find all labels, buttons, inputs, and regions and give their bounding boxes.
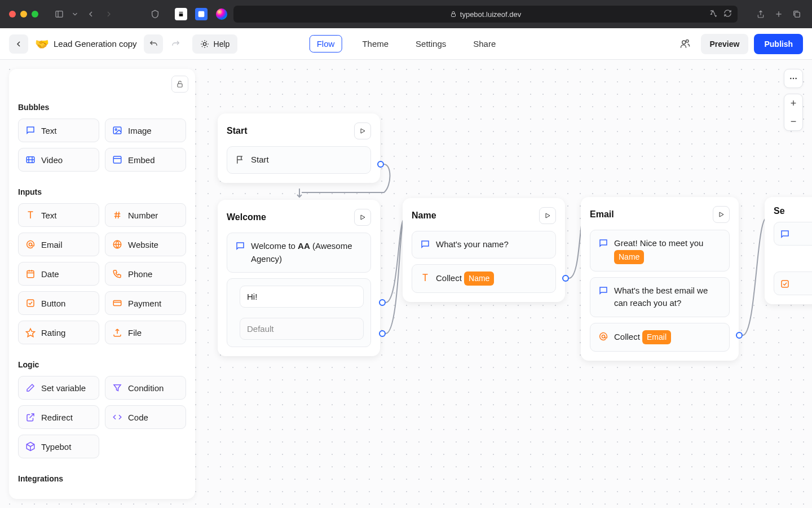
- app-icon[interactable]: [195, 8, 208, 20]
- block-input-date[interactable]: Date: [18, 262, 99, 286]
- block-bubble-image[interactable]: Image: [105, 119, 186, 142]
- block-input-website[interactable]: Website: [105, 233, 186, 256]
- collaborators-button[interactable]: [675, 34, 695, 54]
- zoom-in-button[interactable]: +: [784, 94, 802, 112]
- email-msg2-row[interactable]: What's the best email we can reach you a…: [590, 277, 730, 317]
- shield-icon[interactable]: [149, 8, 161, 20]
- svg-point-8: [682, 41, 685, 44]
- card-email-play-button[interactable]: [713, 206, 730, 223]
- flow-canvas[interactable]: Bubbles Text Image Video Embed Inputs Te…: [0, 60, 812, 508]
- sidebar-toggle-icon[interactable]: [53, 8, 65, 20]
- address-bar[interactable]: typebot.luizeof.dev: [233, 6, 738, 23]
- email-collect-row[interactable]: Collect Email: [590, 323, 730, 352]
- svg-marker-36: [361, 129, 365, 133]
- nav-share[interactable]: Share: [466, 36, 502, 52]
- port-name-out[interactable]: [562, 275, 569, 282]
- url-text: typebot.luizeof.dev: [460, 10, 521, 19]
- partial-row1[interactable]: [774, 222, 812, 246]
- card-partial-next[interactable]: Se: [765, 197, 812, 304]
- port-start-out[interactable]: [377, 161, 384, 168]
- chat-icon: [598, 238, 608, 248]
- text-input-icon: [420, 273, 430, 283]
- back-button[interactable]: [9, 34, 28, 54]
- card-email[interactable]: Email Great! Nice to meet you Name What'…: [581, 197, 739, 361]
- svg-point-35: [795, 78, 796, 79]
- welcome-message-row[interactable]: Welcome to AA (Awesome Agency): [227, 233, 371, 273]
- block-input-email[interactable]: Email: [18, 233, 99, 256]
- nav-theme[interactable]: Theme: [355, 36, 395, 52]
- card-start-play-button[interactable]: [354, 122, 371, 139]
- nav-settings[interactable]: Settings: [409, 36, 453, 52]
- nav-flow[interactable]: Flow: [310, 35, 342, 52]
- block-input-payment[interactable]: Payment: [105, 291, 186, 315]
- name-question-text: What's your name?: [436, 238, 548, 251]
- nav-back-icon[interactable]: [85, 8, 97, 20]
- check-square-icon: [780, 279, 790, 289]
- share-icon[interactable]: [754, 8, 767, 20]
- canvas-more-button[interactable]: [784, 69, 803, 88]
- welcome-choice-default[interactable]: Default: [240, 318, 364, 340]
- preview-button[interactable]: Preview: [701, 34, 749, 54]
- block-logic-code[interactable]: Code: [105, 405, 186, 429]
- block-input-number[interactable]: Number: [105, 203, 186, 227]
- card-welcome[interactable]: Welcome Welcome to AA (Awesome Agency) H…: [218, 200, 380, 356]
- block-input-button[interactable]: Button: [18, 291, 99, 315]
- email-msg1-row[interactable]: Great! Nice to meet you Name: [590, 230, 730, 271]
- chat-icon: [598, 286, 608, 296]
- name-question-row[interactable]: What's your name?: [412, 231, 556, 259]
- svg-marker-32: [27, 329, 35, 336]
- block-input-phone[interactable]: Phone: [105, 262, 186, 286]
- welcome-choice-block[interactable]: Hi! Default: [227, 278, 371, 347]
- block-bubble-embed[interactable]: Embed: [105, 148, 186, 172]
- block-input-rating[interactable]: Rating: [18, 321, 99, 344]
- var-chip-email: Email: [642, 330, 671, 344]
- tabs-overview-icon[interactable]: [791, 8, 803, 20]
- publish-button[interactable]: Publish: [754, 34, 803, 54]
- undo-button[interactable]: [144, 34, 163, 54]
- bot-title[interactable]: 🤝 Lead Generation copy: [35, 37, 137, 51]
- port-welcome-out1[interactable]: [379, 299, 386, 306]
- welcome-choice-hi[interactable]: Hi!: [240, 286, 364, 308]
- chevron-down-icon[interactable]: [71, 8, 79, 20]
- embed-icon: [112, 155, 122, 165]
- minimize-window-icon[interactable]: [20, 11, 27, 17]
- bot-emoji-icon: 🤝: [35, 37, 49, 51]
- translate-icon[interactable]: [709, 9, 718, 20]
- zoom-out-button[interactable]: −: [784, 112, 802, 130]
- close-window-icon[interactable]: [9, 11, 16, 17]
- svg-point-33: [790, 78, 791, 79]
- panel-lock-button[interactable]: [171, 76, 188, 93]
- svg-rect-42: [782, 281, 788, 287]
- reload-icon[interactable]: [723, 9, 732, 20]
- help-button[interactable]: Help: [192, 34, 238, 54]
- block-logic-condition[interactable]: Condition: [105, 376, 186, 400]
- notion-icon[interactable]: [175, 8, 187, 20]
- redo-button: [166, 34, 186, 54]
- block-input-text[interactable]: Text: [18, 203, 99, 227]
- card-name[interactable]: Name What's your name? Collect Name: [403, 198, 565, 302]
- block-bubble-video[interactable]: Video: [18, 148, 99, 172]
- block-logic-redirect[interactable]: Redirect: [18, 405, 99, 429]
- at-icon: [25, 239, 36, 249]
- name-collect-row[interactable]: Collect Name: [412, 264, 556, 293]
- block-bubble-text[interactable]: Text: [18, 119, 99, 142]
- card-welcome-title: Welcome: [227, 212, 266, 222]
- star-icon: [25, 327, 36, 338]
- svg-rect-9: [178, 84, 182, 87]
- card-name-play-button[interactable]: [539, 207, 556, 224]
- partial-row2[interactable]: [774, 271, 812, 295]
- svg-point-41: [602, 335, 604, 338]
- opera-icon[interactable]: [215, 8, 228, 20]
- card-welcome-play-button[interactable]: [354, 209, 371, 226]
- card-start-row[interactable]: Start: [227, 146, 371, 174]
- port-email-out[interactable]: [736, 332, 743, 339]
- block-input-file[interactable]: File: [105, 321, 186, 344]
- block-logic-typebot[interactable]: Typebot: [18, 435, 99, 458]
- help-icon: [200, 40, 209, 49]
- card-start[interactable]: Start Start: [218, 113, 380, 183]
- port-welcome-out2[interactable]: [379, 330, 386, 337]
- maximize-window-icon[interactable]: [32, 11, 38, 17]
- block-logic-setvar[interactable]: Set variable: [18, 376, 99, 400]
- svg-line-20: [116, 212, 117, 218]
- new-tab-icon[interactable]: [773, 8, 785, 20]
